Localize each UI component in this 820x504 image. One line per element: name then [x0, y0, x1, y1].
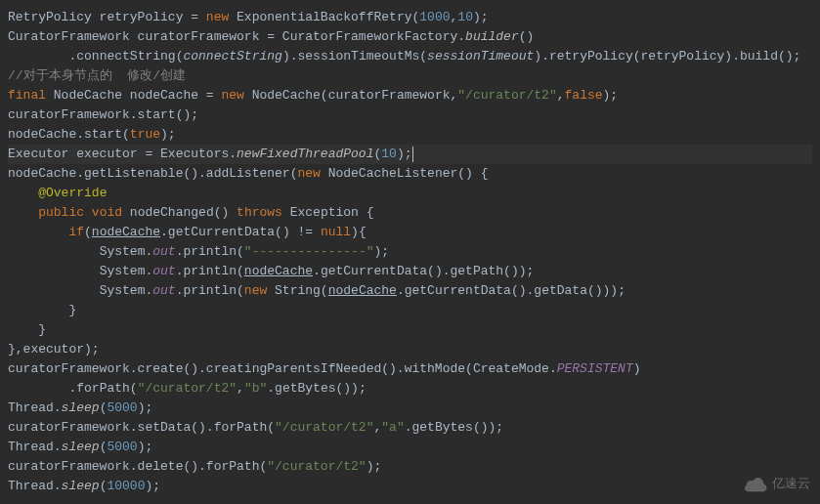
code-line: RetryPolicy retryPolicy = new Exponentia… — [8, 8, 812, 27]
code-line: //对于本身节点的 修改/创建 — [8, 66, 812, 86]
code-line: System.out.println(new String(nodeCache.… — [8, 281, 812, 301]
watermark: 亿速云 — [745, 475, 810, 494]
code-line: public void nodeChanged() throws Excepti… — [8, 203, 812, 223]
code-line: if(nodeCache.getCurrentData() != null){ — [8, 223, 812, 242]
code-line: System.out.println(nodeCache.getCurrentD… — [8, 262, 812, 281]
code-line: curatorFramework.create().creatingParent… — [8, 359, 812, 379]
code-line: .connectString(connectString).sessionTim… — [8, 47, 812, 66]
code-line-current: Executor executor = Executors.newFixedTh… — [8, 145, 812, 164]
code-line: Thread.sleep(5000); — [8, 399, 812, 418]
code-line: System.out.println("---------------"); — [8, 242, 812, 262]
code-line: nodeCache.getListenable().addListener(ne… — [8, 164, 812, 184]
watermark-text: 亿速云 — [772, 475, 810, 494]
code-line: curatorFramework.delete().forPath("/cura… — [8, 457, 812, 477]
code-line: },executor); — [8, 340, 812, 359]
code-line: Thread.sleep(5000); — [8, 438, 812, 457]
code-line: Thread.sleep(10000); — [8, 477, 812, 496]
code-line: CuratorFramework curatorFramework = Cura… — [8, 27, 812, 47]
code-line: @Override — [8, 184, 812, 203]
code-line: .forPath("/curator/t2","b".getBytes()); — [8, 379, 812, 399]
code-line: curatorFramework.start(); — [8, 105, 812, 125]
code-line: } — [8, 301, 812, 320]
text-cursor — [412, 147, 413, 162]
code-line: } — [8, 320, 812, 340]
code-editor[interactable]: RetryPolicy retryPolicy = new Exponentia… — [8, 8, 812, 496]
code-line: final NodeCache nodeCache = new NodeCach… — [8, 86, 812, 105]
code-line: curatorFramework.setData().forPath("/cur… — [8, 418, 812, 438]
code-line: nodeCache.start(true); — [8, 125, 812, 145]
cloud-icon — [745, 477, 768, 492]
